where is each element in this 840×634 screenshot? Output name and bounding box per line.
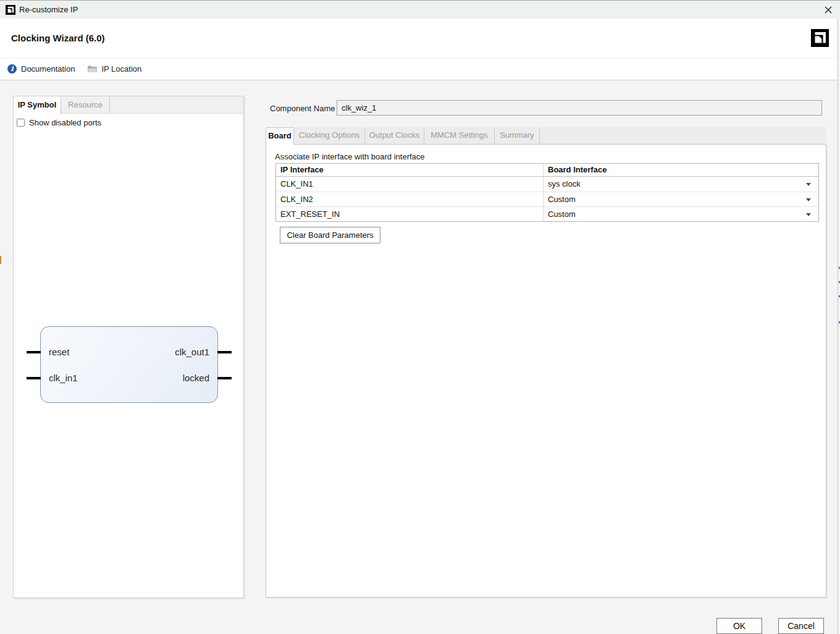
port-stub-reset bbox=[27, 351, 41, 353]
col-header-ip-interface: IP Interface bbox=[276, 164, 544, 176]
show-disabled-ports-label: Show disabled ports bbox=[29, 118, 101, 127]
table-header-row: IP Interface Board Interface bbox=[276, 164, 818, 177]
board-interface-value: sys clock bbox=[548, 179, 581, 188]
tab-clocking-options[interactable]: Clocking Options bbox=[294, 127, 365, 144]
amd-xilinx-logo-icon bbox=[811, 29, 829, 47]
port-stub-clk-out1 bbox=[217, 351, 232, 353]
clear-board-parameters-button[interactable]: Clear Board Parameters bbox=[280, 227, 380, 243]
show-disabled-ports-row: Show disabled ports bbox=[17, 118, 101, 127]
board-interface-value: Custom bbox=[548, 195, 576, 204]
folder-icon bbox=[87, 65, 97, 73]
component-name-input[interactable] bbox=[337, 100, 822, 116]
ip-location-label: IP Location bbox=[101, 64, 141, 74]
tab-mmcm-settings[interactable]: MMCM Settings bbox=[424, 127, 495, 144]
port-label-locked: locked bbox=[183, 373, 209, 383]
component-name-label: Component Name bbox=[270, 104, 335, 113]
chevron-down-icon[interactable] bbox=[806, 213, 811, 216]
ip-interface-cell: CLK_IN1 bbox=[276, 177, 544, 192]
port-label-reset: reset bbox=[49, 347, 69, 357]
port-stub-locked bbox=[217, 377, 232, 379]
board-interface-value: Custom bbox=[548, 209, 576, 219]
ip-interface-cell: CLK_IN2 bbox=[276, 192, 544, 206]
board-interface-select-clk-in2[interactable]: Custom bbox=[544, 192, 818, 206]
ip-symbol-tabbar: IP Symbol Resource bbox=[14, 96, 243, 114]
table-row: CLK_IN1 sys clock bbox=[276, 177, 818, 192]
ok-button[interactable]: OK bbox=[716, 618, 762, 634]
table-row: EXT_RESET_IN Custom bbox=[276, 206, 818, 221]
col-header-board-interface: Board Interface bbox=[544, 164, 818, 176]
chevron-down-icon[interactable] bbox=[806, 183, 811, 186]
page-title: Clocking Wizard (6.0) bbox=[11, 33, 105, 43]
background-edge-right bbox=[838, 19, 840, 634]
config-tabbar: Board Clocking Options Output Clocks MMC… bbox=[266, 127, 826, 144]
dialog-header: Clocking Wizard (6.0) bbox=[0, 19, 840, 57]
xilinx-app-icon bbox=[6, 5, 15, 15]
tab-output-clocks[interactable]: Output Clocks bbox=[365, 127, 424, 144]
board-interface-table: IP Interface Board Interface CLK_IN1 sys… bbox=[275, 163, 819, 222]
close-icon[interactable] bbox=[821, 3, 835, 17]
show-disabled-ports-checkbox[interactable] bbox=[17, 119, 25, 127]
tab-board[interactable]: Board bbox=[266, 127, 294, 145]
tab-summary[interactable]: Summary bbox=[495, 127, 540, 144]
cancel-button[interactable]: Cancel bbox=[778, 618, 824, 634]
table-row: CLK_IN2 Custom bbox=[276, 192, 818, 206]
board-interface-select-clk-in1[interactable]: sys clock bbox=[544, 177, 818, 192]
chevron-down-icon[interactable] bbox=[806, 198, 811, 201]
background-edge-left bbox=[0, 256, 1, 264]
ip-symbol-panel: IP Symbol Resource Show disabled ports r… bbox=[13, 96, 244, 598]
board-tab-content: Associate IP interface with board interf… bbox=[266, 144, 826, 598]
info-icon: i bbox=[7, 64, 17, 74]
documentation-label: Documentation bbox=[21, 64, 75, 74]
toolbar: i Documentation IP Location bbox=[0, 57, 840, 80]
tab-ip-symbol[interactable]: IP Symbol bbox=[14, 96, 61, 114]
board-interface-select-ext-reset-in[interactable]: Custom bbox=[544, 207, 818, 221]
port-label-clk-out1: clk_out1 bbox=[175, 347, 209, 357]
ip-block-symbol: reset clk_in1 clk_out1 locked bbox=[40, 326, 218, 403]
ip-interface-cell: EXT_RESET_IN bbox=[276, 207, 544, 221]
tab-resource[interactable]: Resource bbox=[61, 96, 110, 114]
window-title: Re-customize IP bbox=[19, 1, 78, 19]
port-label-clk-in1: clk_in1 bbox=[49, 373, 78, 383]
board-instruction-text: Associate IP interface with board interf… bbox=[275, 152, 425, 161]
window-titlebar: Re-customize IP bbox=[0, 0, 840, 19]
ip-location-button[interactable]: IP Location bbox=[87, 64, 141, 74]
port-stub-clk-in1 bbox=[27, 377, 41, 379]
documentation-button[interactable]: i Documentation bbox=[7, 64, 75, 74]
